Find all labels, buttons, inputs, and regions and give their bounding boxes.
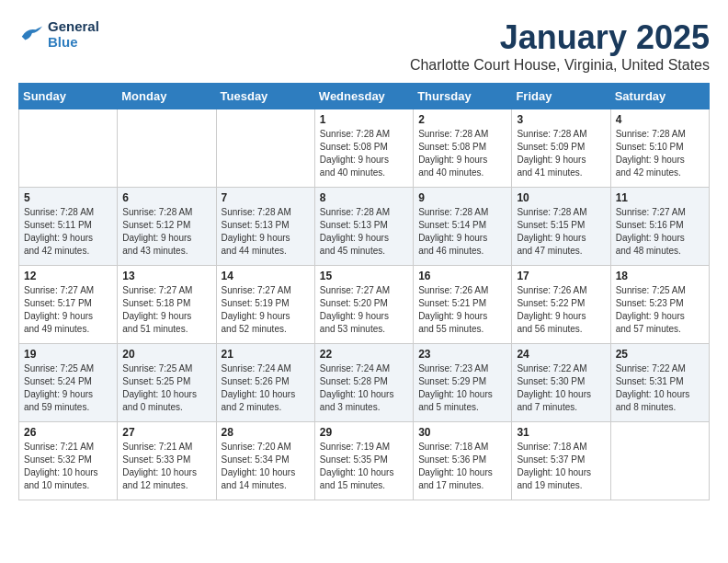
day-info: Sunrise: 7:26 AM Sunset: 5:21 PM Dayligh… [418, 284, 506, 336]
day-number: 28 [222, 426, 310, 439]
day-info: Sunrise: 7:28 AM Sunset: 5:13 PM Dayligh… [320, 206, 408, 258]
day-number: 10 [517, 191, 605, 204]
day-number: 30 [418, 426, 506, 439]
day-info: Sunrise: 7:19 AM Sunset: 5:35 PM Dayligh… [320, 441, 408, 492]
day-number: 26 [24, 426, 112, 439]
day-info: Sunrise: 7:28 AM Sunset: 5:15 PM Dayligh… [517, 206, 605, 258]
day-number: 6 [122, 191, 210, 204]
calendar-cell: 8Sunrise: 7:28 AM Sunset: 5:13 PM Daylig… [314, 188, 413, 266]
day-info: Sunrise: 7:28 AM Sunset: 5:10 PM Dayligh… [616, 128, 704, 179]
day-number: 3 [517, 113, 605, 126]
day-info: Sunrise: 7:24 AM Sunset: 5:28 PM Dayligh… [320, 362, 408, 414]
day-number: 25 [616, 348, 704, 361]
calendar-cell: 19Sunrise: 7:25 AM Sunset: 5:24 PM Dayli… [19, 344, 118, 422]
calendar-week-row: 26Sunrise: 7:21 AM Sunset: 5:32 PM Dayli… [19, 422, 710, 500]
month-title: January 2025 [410, 18, 710, 57]
calendar-cell: 20Sunrise: 7:25 AM Sunset: 5:25 PM Dayli… [118, 344, 216, 422]
day-info: Sunrise: 7:28 AM Sunset: 5:14 PM Dayligh… [418, 206, 506, 258]
day-number: 5 [24, 191, 112, 204]
day-info: Sunrise: 7:27 AM Sunset: 5:20 PM Dayligh… [320, 284, 408, 336]
day-info: Sunrise: 7:28 AM Sunset: 5:13 PM Dayligh… [222, 206, 310, 258]
page-header: General Blue January 2025 Charlotte Cour… [18, 18, 710, 74]
day-info: Sunrise: 7:23 AM Sunset: 5:29 PM Dayligh… [418, 362, 506, 414]
calendar-cell: 26Sunrise: 7:21 AM Sunset: 5:32 PM Dayli… [19, 422, 118, 500]
day-number: 8 [320, 191, 408, 204]
day-info: Sunrise: 7:28 AM Sunset: 5:11 PM Dayligh… [24, 206, 112, 258]
calendar-cell: 7Sunrise: 7:28 AM Sunset: 5:13 PM Daylig… [216, 188, 314, 266]
day-number: 14 [222, 270, 310, 282]
day-number: 17 [517, 270, 605, 282]
calendar-cell: 21Sunrise: 7:24 AM Sunset: 5:26 PM Dayli… [216, 344, 314, 422]
day-info: Sunrise: 7:27 AM Sunset: 5:18 PM Dayligh… [122, 284, 210, 336]
calendar-cell [216, 109, 314, 188]
day-number: 21 [222, 348, 310, 361]
calendar-cell: 15Sunrise: 7:27 AM Sunset: 5:20 PM Dayli… [314, 266, 413, 344]
calendar-header: SundayMondayTuesdayWednesdayThursdayFrid… [19, 84, 710, 109]
day-of-week-header: Saturday [610, 84, 709, 109]
calendar-cell: 24Sunrise: 7:22 AM Sunset: 5:30 PM Dayli… [512, 344, 610, 422]
day-number: 18 [616, 270, 704, 282]
calendar-cell: 5Sunrise: 7:28 AM Sunset: 5:11 PM Daylig… [19, 188, 118, 266]
day-number: 24 [517, 348, 605, 361]
day-info: Sunrise: 7:28 AM Sunset: 5:12 PM Dayligh… [122, 206, 210, 258]
calendar-cell: 2Sunrise: 7:28 AM Sunset: 5:08 PM Daylig… [414, 109, 512, 188]
day-info: Sunrise: 7:18 AM Sunset: 5:36 PM Dayligh… [418, 441, 506, 492]
day-of-week-header: Friday [512, 84, 610, 109]
calendar-cell: 25Sunrise: 7:22 AM Sunset: 5:31 PM Dayli… [610, 344, 709, 422]
logo-text: General Blue [48, 18, 99, 50]
day-number: 2 [418, 113, 506, 126]
calendar-cell: 1Sunrise: 7:28 AM Sunset: 5:08 PM Daylig… [314, 109, 413, 188]
day-info: Sunrise: 7:21 AM Sunset: 5:33 PM Dayligh… [122, 441, 210, 492]
day-of-week-header: Sunday [19, 84, 118, 109]
day-number: 9 [418, 191, 506, 204]
calendar-cell: 30Sunrise: 7:18 AM Sunset: 5:36 PM Dayli… [414, 422, 512, 500]
day-info: Sunrise: 7:28 AM Sunset: 5:09 PM Dayligh… [517, 128, 605, 179]
day-number: 15 [320, 270, 408, 282]
calendar-cell: 17Sunrise: 7:26 AM Sunset: 5:22 PM Dayli… [512, 266, 610, 344]
day-of-week-header: Tuesday [216, 84, 314, 109]
calendar-cell: 14Sunrise: 7:27 AM Sunset: 5:19 PM Dayli… [216, 266, 314, 344]
day-of-week-header: Monday [118, 84, 216, 109]
day-number: 27 [122, 426, 210, 439]
day-info: Sunrise: 7:25 AM Sunset: 5:24 PM Dayligh… [24, 362, 112, 414]
day-info: Sunrise: 7:27 AM Sunset: 5:16 PM Dayligh… [616, 206, 704, 258]
calendar-week-row: 12Sunrise: 7:27 AM Sunset: 5:17 PM Dayli… [19, 266, 710, 344]
day-number: 19 [24, 348, 112, 361]
day-info: Sunrise: 7:21 AM Sunset: 5:32 PM Dayligh… [24, 441, 112, 492]
calendar-cell: 12Sunrise: 7:27 AM Sunset: 5:17 PM Dayli… [19, 266, 118, 344]
calendar-cell: 28Sunrise: 7:20 AM Sunset: 5:34 PM Dayli… [216, 422, 314, 500]
day-number: 31 [517, 426, 605, 439]
day-number: 12 [24, 270, 112, 282]
day-info: Sunrise: 7:20 AM Sunset: 5:34 PM Dayligh… [222, 441, 310, 492]
location-title: Charlotte Court House, Virginia, United … [410, 57, 710, 74]
day-info: Sunrise: 7:18 AM Sunset: 5:37 PM Dayligh… [517, 441, 605, 492]
day-number: 20 [122, 348, 210, 361]
calendar-cell: 27Sunrise: 7:21 AM Sunset: 5:33 PM Dayli… [118, 422, 216, 500]
calendar-cell: 9Sunrise: 7:28 AM Sunset: 5:14 PM Daylig… [414, 188, 512, 266]
calendar-cell: 18Sunrise: 7:25 AM Sunset: 5:23 PM Dayli… [610, 266, 709, 344]
day-number: 16 [418, 270, 506, 282]
day-number: 29 [320, 426, 408, 439]
calendar-cell [118, 109, 216, 188]
day-info: Sunrise: 7:25 AM Sunset: 5:25 PM Dayligh… [122, 362, 210, 414]
day-number: 11 [616, 191, 704, 204]
day-number: 13 [122, 270, 210, 282]
day-number: 1 [320, 113, 408, 126]
day-info: Sunrise: 7:28 AM Sunset: 5:08 PM Dayligh… [320, 128, 408, 179]
calendar-cell: 29Sunrise: 7:19 AM Sunset: 5:35 PM Dayli… [314, 422, 413, 500]
day-of-week-header: Thursday [414, 84, 512, 109]
calendar-body: 1Sunrise: 7:28 AM Sunset: 5:08 PM Daylig… [19, 109, 710, 500]
calendar-week-row: 19Sunrise: 7:25 AM Sunset: 5:24 PM Dayli… [19, 344, 710, 422]
day-info: Sunrise: 7:25 AM Sunset: 5:23 PM Dayligh… [616, 284, 704, 336]
calendar-title-block: January 2025 Charlotte Court House, Virg… [410, 18, 710, 74]
logo-bird-icon [18, 21, 44, 47]
calendar-cell: 23Sunrise: 7:23 AM Sunset: 5:29 PM Dayli… [414, 344, 512, 422]
calendar-cell: 11Sunrise: 7:27 AM Sunset: 5:16 PM Dayli… [610, 188, 709, 266]
calendar-cell: 31Sunrise: 7:18 AM Sunset: 5:37 PM Dayli… [512, 422, 610, 500]
calendar-cell: 13Sunrise: 7:27 AM Sunset: 5:18 PM Dayli… [118, 266, 216, 344]
day-number: 4 [616, 113, 704, 126]
calendar-cell [610, 422, 709, 500]
calendar-table: SundayMondayTuesdayWednesdayThursdayFrid… [18, 83, 710, 500]
day-number: 7 [222, 191, 310, 204]
day-info: Sunrise: 7:22 AM Sunset: 5:30 PM Dayligh… [517, 362, 605, 414]
